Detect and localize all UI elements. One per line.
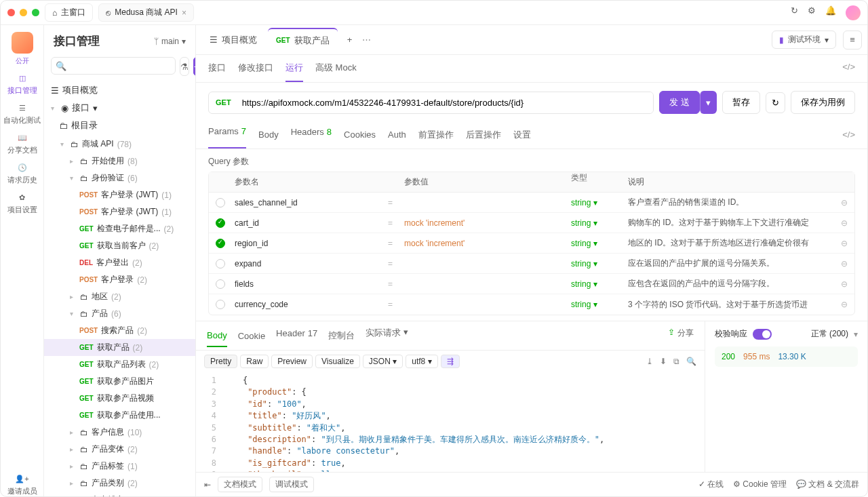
paramtab-cookies[interactable]: Cookies <box>344 130 376 145</box>
param-row[interactable]: currency_code= string ▾ 3 个字符的 ISO 货币代码。… <box>209 294 854 315</box>
param-row[interactable]: fields= string ▾ 应包含在返回的产品中的逗号分隔字段。⊖ <box>209 274 854 294</box>
tab-current[interactable]: GET获取产品 <box>268 28 338 52</box>
reset-button[interactable]: ↻ <box>766 92 785 113</box>
tree-item[interactable]: GET获取参产品视频 <box>44 390 195 407</box>
add-tab-button[interactable]: + <box>340 31 359 49</box>
tree-item[interactable]: GET检查电子邮件是...(2) <box>44 220 195 237</box>
tree-item[interactable]: ▾🗀商城 API(78) <box>44 136 195 153</box>
tree-item[interactable]: POST搜索产品(2) <box>44 322 195 339</box>
paramtab-post[interactable]: 后置操作 <box>466 129 501 146</box>
resptab-body[interactable]: Body <box>207 330 227 347</box>
tree-interface-root[interactable]: ▾◉接口▾ <box>44 99 195 117</box>
resptab-actual[interactable]: 实际请求 ▾ <box>366 327 408 350</box>
resptab-header[interactable]: Header17 <box>276 328 317 349</box>
validate-toggle[interactable] <box>753 329 772 340</box>
param-row[interactable]: region_id= mock 'increment'string ▾ 地区的 … <box>209 233 854 254</box>
tree-item[interactable]: POST客户登录(2) <box>44 271 195 288</box>
paramtab-pre[interactable]: 前置操作 <box>418 129 454 146</box>
logo[interactable]: 公开 <box>12 32 33 66</box>
tree-item[interactable]: GET获取当前客户(2) <box>44 237 195 254</box>
nav-history[interactable]: 🕓请求历史 <box>7 163 37 185</box>
nav-api-mgmt[interactable]: ◫接口管理 <box>7 74 37 96</box>
format-json[interactable]: JSON ▾ <box>363 355 403 368</box>
tree-item[interactable]: ▸🗀开始使用(8) <box>44 153 195 170</box>
resptab-cookie[interactable]: Cookie <box>238 331 265 346</box>
response-body[interactable]: 1 {2 "product": {3 "id": "100",4 "title"… <box>196 372 705 472</box>
tree-item[interactable]: POST客户登录 (JWT)(1) <box>44 186 195 203</box>
settings-icon[interactable]: ⚙ <box>808 5 816 20</box>
tree-item[interactable]: ▾🗀产品(6) <box>44 305 195 322</box>
view-pretty[interactable]: Pretty <box>204 355 237 368</box>
code-icon[interactable]: </> <box>842 62 855 82</box>
tree-item[interactable]: ▸🗀地区(2) <box>44 288 195 305</box>
share-button[interactable]: ⇪ 分享 <box>668 327 694 350</box>
tree-item[interactable]: GET获取参产品使用... <box>44 407 195 424</box>
tree-item[interactable]: ▸🗀产品标签(1) <box>44 458 195 475</box>
resptab-console[interactable]: 控制台 <box>328 330 355 347</box>
tree-item[interactable]: DEL客户登出(2) <box>44 254 195 271</box>
paramtab-headers[interactable]: Headers8 <box>291 127 332 148</box>
tree-root-dir[interactable]: 🗀根目录 <box>44 117 195 134</box>
subtab-interface[interactable]: 接口 <box>208 62 226 82</box>
more-tabs[interactable]: ⋯ <box>362 35 371 45</box>
tree-item[interactable]: GET获取产品(2) <box>44 339 195 356</box>
cookie-mgmt[interactable]: ⚙ Cookie 管理 <box>733 479 787 490</box>
view-visualize[interactable]: Visualize <box>315 355 360 368</box>
download-icon[interactable]: ⬇ <box>660 357 667 366</box>
subtab-mock[interactable]: 高级 Mock <box>315 62 357 82</box>
search-response-icon[interactable]: 🔍 <box>686 357 696 366</box>
subtab-run[interactable]: 运行 <box>285 62 303 82</box>
tree-item[interactable]: ▾🗀身份验证(6) <box>44 170 195 186</box>
method-label[interactable]: GET <box>209 98 238 106</box>
tree-item[interactable]: ▸🗀产品变体(2) <box>44 441 195 458</box>
save-case-button[interactable]: 保存为用例 <box>791 91 855 114</box>
tree-item[interactable]: ▸🗀客户信息(10) <box>44 424 195 441</box>
nav-auto-test[interactable]: ☰自动化测试 <box>3 104 41 125</box>
save-draft-button[interactable]: 暂存 <box>722 91 760 114</box>
branch-selector[interactable]: ᛘ main ▾ <box>154 37 186 46</box>
project-tab[interactable]: ⎋ Medusa 商城 API × <box>98 3 194 22</box>
paramtab-body[interactable]: Body <box>258 130 279 145</box>
code-icon-2[interactable]: </> <box>842 130 855 145</box>
tree-item[interactable]: POST客户登录 (JWT)(1) <box>44 203 195 220</box>
docs-link[interactable]: 💬 文档 & 交流群 <box>796 479 859 490</box>
debug-mode-button[interactable]: 调试模式 <box>269 477 314 492</box>
tree-item[interactable]: GET获取参产品图片 <box>44 373 195 390</box>
tree-item[interactable]: ▸🗀产品类别(2) <box>44 475 195 492</box>
avatar[interactable] <box>846 5 861 20</box>
tree-overview[interactable]: ☰项目概览 <box>44 81 195 99</box>
window-controls[interactable] <box>7 9 39 16</box>
tree-item[interactable]: GET获取产品列表(2) <box>44 356 195 373</box>
encoding-utf8[interactable]: utf8 ▾ <box>406 355 437 368</box>
paramtab-settings[interactable]: 设置 <box>513 129 531 146</box>
upload-icon[interactable]: ⤓ <box>646 357 653 366</box>
send-button[interactable]: 发 送 <box>659 91 700 114</box>
bell-icon[interactable]: 🔔 <box>825 5 836 20</box>
layout-button[interactable]: ≡ <box>843 31 862 49</box>
tab-overview[interactable]: ☰项目概览 <box>201 28 265 52</box>
param-row[interactable]: cart_id= mock 'increment'string ▾ 购物车的 I… <box>209 213 854 233</box>
home-tab[interactable]: ⌂ 主窗口 <box>45 3 93 22</box>
collapse-icon[interactable]: ⇤ <box>204 480 211 490</box>
view-raw[interactable]: Raw <box>240 355 269 368</box>
filter-button[interactable]: ⚗ <box>180 57 189 76</box>
tree-item[interactable]: ▸🗀文章博客(1) <box>44 492 195 496</box>
paramtab-params[interactable]: Params7 <box>208 126 246 148</box>
nav-settings[interactable]: ✿项目设置 <box>7 193 37 215</box>
param-row[interactable]: sales_channel_id= string ▾ 客户查看产品的销售渠道的 … <box>209 193 854 213</box>
nav-share-doc[interactable]: 📖分享文档 <box>7 134 37 155</box>
nav-invite[interactable]: 👤+邀请成员 <box>7 475 37 496</box>
search-input[interactable] <box>51 57 176 75</box>
subtab-edit[interactable]: 修改接口 <box>238 62 273 82</box>
view-preview[interactable]: Preview <box>271 355 313 368</box>
param-row[interactable]: expand= string ▾ 应在返回的产品中扩展的逗号分隔关系。⊖ <box>209 254 854 274</box>
url-input[interactable] <box>238 92 654 113</box>
doc-mode-button[interactable]: 文档模式 <box>218 477 262 492</box>
wrap-toggle[interactable]: ⇶ <box>441 355 460 368</box>
copy-icon[interactable]: ⧉ <box>673 357 679 366</box>
refresh-icon[interactable]: ↻ <box>791 5 798 20</box>
paramtab-auth[interactable]: Auth <box>388 130 406 145</box>
close-icon[interactable]: × <box>182 8 186 18</box>
env-selector[interactable]: ▮测试环境 ▾ <box>772 31 836 49</box>
send-dropdown[interactable]: ▾ <box>700 91 717 114</box>
